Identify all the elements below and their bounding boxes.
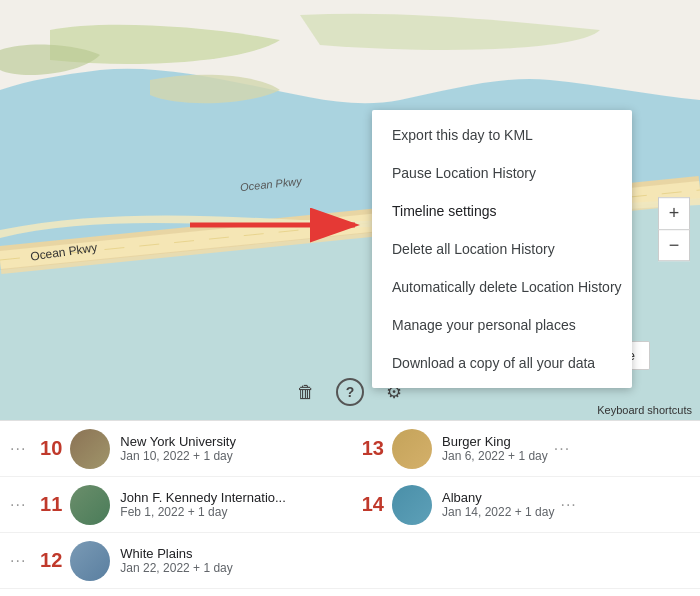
list-item-date: Jan 22, 2022 + 1 day [120,561,232,575]
context-menu-item[interactable]: Pause Location History [372,154,632,192]
list-item-more-right[interactable]: ··· [560,496,576,514]
context-menu-item[interactable]: Delete all Location History [372,230,632,268]
list-item-right: 14AlbanyJan 14, 2022 + 1 day··· [350,485,700,525]
list-item-name: White Plains [120,546,232,561]
list-item-avatar [70,541,110,581]
map-container[interactable]: Ocean Pkwy Ocean Pkwy Gilgo Beach Export… [0,0,700,420]
list-item-more-left[interactable]: ··· [10,552,26,570]
list-item-number: 11 [32,493,62,516]
list-item-number: 14 [354,493,384,516]
help-button[interactable]: ? [336,378,364,406]
list-item-left: ···12White PlainsJan 22, 2022 + 1 day [0,541,350,581]
context-menu-item[interactable]: Download a copy of all your data [372,344,632,382]
list-item-number: 12 [32,549,62,572]
list-item-info: AlbanyJan 14, 2022 + 1 day [442,490,554,519]
list-item-more-right[interactable]: ··· [554,440,570,458]
context-menu-item[interactable]: Automatically delete Location History [372,268,632,306]
list-item-date: Jan 14, 2022 + 1 day [442,505,554,519]
list-item-left: ···10New York UniversityJan 10, 2022 + 1… [0,429,350,469]
list-item-left: ···11John F. Kennedy Internatio...Feb 1,… [0,485,350,525]
list-item-name: New York University [120,434,236,449]
context-menu: Export this day to KMLPause Location His… [372,110,632,388]
context-menu-item[interactable]: Export this day to KML [372,116,632,154]
list-item-right: 13Burger KingJan 6, 2022 + 1 day··· [350,429,700,469]
red-arrow [190,205,370,245]
keyboard-shortcuts-link[interactable]: Keyboard shortcuts [597,404,692,416]
context-menu-item[interactable]: Timeline settings [372,192,632,230]
zoom-out-button[interactable]: − [658,229,690,261]
list-item-info: John F. Kennedy Internatio...Feb 1, 2022… [120,490,286,519]
list-item-avatar [70,485,110,525]
list-row: ···12White PlainsJan 22, 2022 + 1 day [0,533,700,589]
list-row: ···11John F. Kennedy Internatio...Feb 1,… [0,477,700,533]
list-item-name: Burger King [442,434,548,449]
list-item-number: 10 [32,437,62,460]
list-item-avatar [392,429,432,469]
list-item-name: Albany [442,490,554,505]
map-controls: + − [658,197,690,261]
list-row: ···10New York UniversityJan 10, 2022 + 1… [0,421,700,477]
list-item-info: White PlainsJan 22, 2022 + 1 day [120,546,232,575]
delete-button[interactable]: 🗑 [290,376,322,408]
context-menu-item[interactable]: Manage your personal places [372,306,632,344]
list-item-date: Jan 6, 2022 + 1 day [442,449,548,463]
zoom-in-button[interactable]: + [658,197,690,229]
list-item-avatar [70,429,110,469]
list-item-date: Jan 10, 2022 + 1 day [120,449,236,463]
list-item-number: 13 [354,437,384,460]
list-item-more-left[interactable]: ··· [10,496,26,514]
list-item-avatar [392,485,432,525]
list-item-info: New York UniversityJan 10, 2022 + 1 day [120,434,236,463]
list-item-more-left[interactable]: ··· [10,440,26,458]
places-list: ···10New York UniversityJan 10, 2022 + 1… [0,420,700,596]
list-item-date: Feb 1, 2022 + 1 day [120,505,286,519]
list-item-name: John F. Kennedy Internatio... [120,490,286,505]
list-item-info: Burger KingJan 6, 2022 + 1 day [442,434,548,463]
